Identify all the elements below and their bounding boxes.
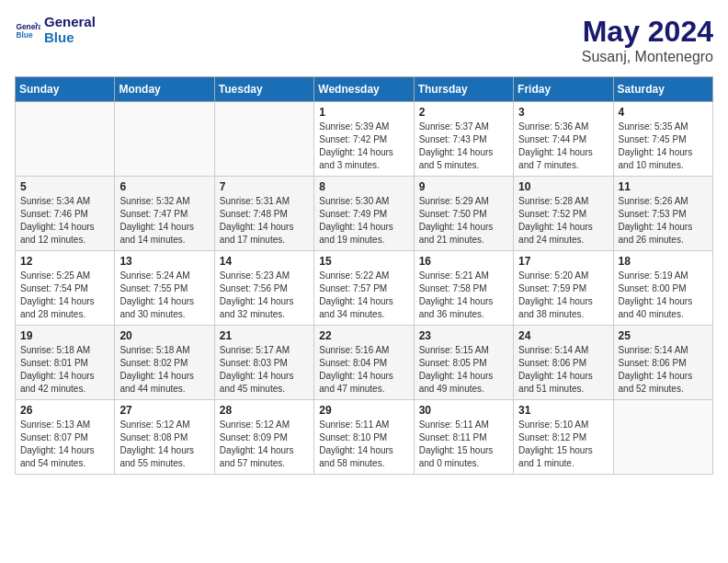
location: Susanj, Montenegro: [582, 49, 713, 65]
table-row: 6Sunrise: 5:32 AM Sunset: 7:47 PM Daylig…: [115, 177, 214, 251]
day-number: 19: [20, 329, 109, 342]
header-friday: Friday: [514, 77, 613, 102]
header-thursday: Thursday: [414, 77, 513, 102]
table-row: 16Sunrise: 5:21 AM Sunset: 7:58 PM Dayli…: [414, 251, 513, 326]
table-row: 14Sunrise: 5:23 AM Sunset: 7:56 PM Dayli…: [214, 251, 313, 326]
table-row: 24Sunrise: 5:14 AM Sunset: 8:06 PM Dayli…: [514, 326, 613, 400]
table-row: 30Sunrise: 5:11 AM Sunset: 8:11 PM Dayli…: [414, 400, 513, 475]
day-info: Sunrise: 5:36 AM Sunset: 7:44 PM Dayligh…: [518, 121, 608, 172]
day-info: Sunrise: 5:14 AM Sunset: 8:06 PM Dayligh…: [518, 344, 608, 396]
day-number: 9: [419, 180, 508, 193]
day-number: 26: [20, 404, 109, 417]
logo: General Blue General Blue: [15, 15, 96, 45]
table-row: 22Sunrise: 5:16 AM Sunset: 8:04 PM Dayli…: [314, 326, 414, 400]
table-row: 27Sunrise: 5:12 AM Sunset: 8:08 PM Dayli…: [115, 400, 214, 475]
table-row: 11Sunrise: 5:26 AM Sunset: 7:53 PM Dayli…: [613, 177, 712, 251]
table-row: 7Sunrise: 5:31 AM Sunset: 7:48 PM Daylig…: [214, 177, 313, 251]
title-block: May 2024 Susanj, Montenegro: [582, 15, 713, 65]
day-info: Sunrise: 5:19 AM Sunset: 8:00 PM Dayligh…: [619, 270, 708, 321]
day-number: 2: [419, 106, 508, 119]
day-number: 8: [319, 180, 408, 193]
day-info: Sunrise: 5:39 AM Sunset: 7:42 PM Dayligh…: [319, 121, 408, 172]
table-row: 1Sunrise: 5:39 AM Sunset: 7:42 PM Daylig…: [314, 102, 414, 177]
table-row: 25Sunrise: 5:14 AM Sunset: 8:06 PM Dayli…: [613, 326, 712, 400]
day-info: Sunrise: 5:34 AM Sunset: 7:46 PM Dayligh…: [20, 195, 109, 247]
table-row: 5Sunrise: 5:34 AM Sunset: 7:46 PM Daylig…: [16, 177, 115, 251]
day-info: Sunrise: 5:12 AM Sunset: 8:08 PM Dayligh…: [119, 419, 209, 470]
table-row: [115, 102, 214, 177]
day-info: Sunrise: 5:11 AM Sunset: 8:11 PM Dayligh…: [419, 419, 508, 470]
day-number: 13: [119, 255, 209, 268]
day-number: 28: [220, 404, 309, 417]
day-number: 1: [319, 106, 408, 119]
table-row: [613, 400, 712, 475]
day-number: 14: [220, 255, 309, 268]
day-info: Sunrise: 5:22 AM Sunset: 7:57 PM Dayligh…: [319, 270, 408, 321]
day-info: Sunrise: 5:23 AM Sunset: 7:56 PM Dayligh…: [220, 270, 309, 321]
day-number: 18: [619, 255, 708, 268]
day-number: 6: [119, 180, 209, 193]
table-row: 2Sunrise: 5:37 AM Sunset: 7:43 PM Daylig…: [414, 102, 513, 177]
day-number: 21: [220, 329, 309, 342]
table-row: 21Sunrise: 5:17 AM Sunset: 8:03 PM Dayli…: [214, 326, 313, 400]
day-info: Sunrise: 5:37 AM Sunset: 7:43 PM Dayligh…: [419, 121, 508, 172]
day-info: Sunrise: 5:26 AM Sunset: 7:53 PM Dayligh…: [619, 195, 708, 247]
day-info: Sunrise: 5:16 AM Sunset: 8:04 PM Dayligh…: [319, 344, 408, 396]
table-row: 9Sunrise: 5:29 AM Sunset: 7:50 PM Daylig…: [414, 177, 513, 251]
table-row: 26Sunrise: 5:13 AM Sunset: 8:07 PM Dayli…: [16, 400, 115, 475]
day-number: 16: [419, 255, 508, 268]
table-row: 17Sunrise: 5:20 AM Sunset: 7:59 PM Dayli…: [514, 251, 613, 326]
day-info: Sunrise: 5:24 AM Sunset: 7:55 PM Dayligh…: [119, 270, 209, 321]
logo-line1: General: [44, 15, 96, 30]
table-row: 8Sunrise: 5:30 AM Sunset: 7:49 PM Daylig…: [314, 177, 414, 251]
day-number: 23: [419, 329, 508, 342]
day-info: Sunrise: 5:11 AM Sunset: 8:10 PM Dayligh…: [319, 419, 408, 470]
day-number: 3: [518, 106, 608, 119]
day-number: 25: [619, 329, 708, 342]
day-info: Sunrise: 5:10 AM Sunset: 8:12 PM Dayligh…: [518, 419, 608, 470]
table-row: 23Sunrise: 5:15 AM Sunset: 8:05 PM Dayli…: [414, 326, 513, 400]
table-row: 15Sunrise: 5:22 AM Sunset: 7:57 PM Dayli…: [314, 251, 414, 326]
table-row: 28Sunrise: 5:12 AM Sunset: 8:09 PM Dayli…: [214, 400, 313, 475]
day-number: 22: [319, 329, 408, 342]
day-info: Sunrise: 5:18 AM Sunset: 8:02 PM Dayligh…: [119, 344, 209, 396]
page-header: General Blue General Blue May 2024 Susan…: [15, 15, 713, 65]
day-number: 27: [119, 404, 209, 417]
day-info: Sunrise: 5:29 AM Sunset: 7:50 PM Dayligh…: [419, 195, 508, 247]
header-wednesday: Wednesday: [314, 77, 414, 102]
table-row: 20Sunrise: 5:18 AM Sunset: 8:02 PM Dayli…: [115, 326, 214, 400]
day-info: Sunrise: 5:21 AM Sunset: 7:58 PM Dayligh…: [419, 270, 508, 321]
day-number: 12: [20, 255, 109, 268]
table-row: 18Sunrise: 5:19 AM Sunset: 8:00 PM Dayli…: [613, 251, 712, 326]
table-row: 10Sunrise: 5:28 AM Sunset: 7:52 PM Dayli…: [514, 177, 613, 251]
day-number: 5: [20, 180, 109, 193]
table-row: 4Sunrise: 5:35 AM Sunset: 7:45 PM Daylig…: [613, 102, 712, 177]
day-info: Sunrise: 5:30 AM Sunset: 7:49 PM Dayligh…: [319, 195, 408, 247]
day-info: Sunrise: 5:13 AM Sunset: 8:07 PM Dayligh…: [20, 419, 109, 470]
table-row: [214, 102, 313, 177]
day-info: Sunrise: 5:20 AM Sunset: 7:59 PM Dayligh…: [518, 270, 608, 321]
day-info: Sunrise: 5:15 AM Sunset: 8:05 PM Dayligh…: [419, 344, 508, 396]
header-monday: Monday: [115, 77, 214, 102]
day-number: 10: [518, 180, 608, 193]
day-info: Sunrise: 5:18 AM Sunset: 8:01 PM Dayligh…: [20, 344, 109, 396]
header-tuesday: Tuesday: [214, 77, 313, 102]
table-row: 12Sunrise: 5:25 AM Sunset: 7:54 PM Dayli…: [16, 251, 115, 326]
day-info: Sunrise: 5:14 AM Sunset: 8:06 PM Dayligh…: [619, 344, 708, 396]
day-number: 4: [619, 106, 708, 119]
day-number: 20: [119, 329, 209, 342]
day-number: 11: [619, 180, 708, 193]
header-saturday: Saturday: [613, 77, 712, 102]
header-sunday: Sunday: [16, 77, 115, 102]
table-row: 13Sunrise: 5:24 AM Sunset: 7:55 PM Dayli…: [115, 251, 214, 326]
table-row: 29Sunrise: 5:11 AM Sunset: 8:10 PM Dayli…: [314, 400, 414, 475]
day-info: Sunrise: 5:28 AM Sunset: 7:52 PM Dayligh…: [518, 195, 608, 247]
table-row: 3Sunrise: 5:36 AM Sunset: 7:44 PM Daylig…: [514, 102, 613, 177]
table-row: [16, 102, 115, 177]
day-info: Sunrise: 5:31 AM Sunset: 7:48 PM Dayligh…: [220, 195, 309, 247]
logo-line2: Blue: [44, 30, 96, 46]
day-number: 15: [319, 255, 408, 268]
day-info: Sunrise: 5:32 AM Sunset: 7:47 PM Dayligh…: [119, 195, 209, 247]
day-number: 30: [419, 404, 508, 417]
calendar-table: Sunday Monday Tuesday Wednesday Thursday…: [15, 76, 713, 475]
